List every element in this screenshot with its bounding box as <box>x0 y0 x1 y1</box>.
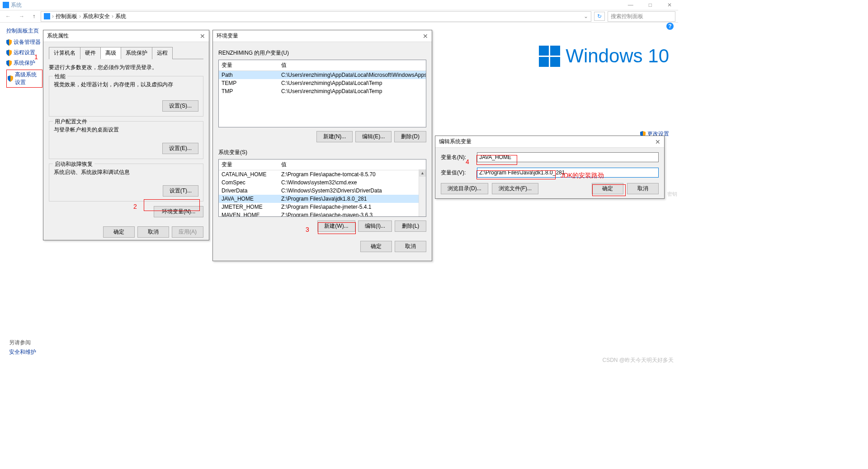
see-also-label: 另请参阅 <box>9 339 36 347</box>
environment-variables-dialog: 环境变量 ✕ RENZHIMING 的用户变量(U) 变量值 PathC:\Us… <box>212 30 432 261</box>
tab-system-protection[interactable]: 系统保护 <box>121 47 152 59</box>
window-titlebar: 系统 — □ ✕ <box>0 0 678 10</box>
table-row[interactable]: JAVA_HOMEZ:\Program Files\Java\jdk1.8.0_… <box>219 195 426 203</box>
crumb-system-security[interactable]: 系统和安全 <box>83 13 110 20</box>
user-profile-settings-button[interactable]: 设置(E)... <box>162 143 198 154</box>
dialog-title: 编辑系统变量 <box>439 138 472 145</box>
user-profile-group: 用户配置文件 与登录帐户相关的桌面设置 设置(E)... <box>49 121 203 159</box>
dialog-title: 系统属性 <box>47 32 69 40</box>
search-input[interactable]: 搜索控制面板 <box>608 11 675 22</box>
security-maintenance-link[interactable]: 安全和维护 <box>9 348 36 356</box>
table-row[interactable]: ComSpecC:\Windows\system32\cmd.exe <box>219 178 426 187</box>
shield-icon <box>8 75 13 82</box>
variable-value-label: 变量值(V): <box>441 169 472 177</box>
table-row[interactable]: PathC:\Users\renzhiming\AppData\Local\Mi… <box>219 71 426 79</box>
tabs: 计算机名 硬件 高级 系统保护 远程 <box>49 47 203 59</box>
shield-icon <box>6 39 12 46</box>
annotation-1: 1 <box>34 53 38 61</box>
bottom-links: 另请参阅 安全和维护 <box>9 339 36 358</box>
cancel-button[interactable]: 取消 <box>137 226 169 238</box>
startup-recovery-group: 启动和故障恢复 系统启动、系统故障和调试信息 设置(T)... <box>49 164 203 202</box>
close-icon[interactable]: ✕ <box>655 138 660 145</box>
windows-logo-icon <box>539 46 560 67</box>
browse-directory-button[interactable]: 浏览目录(D)... <box>441 183 488 194</box>
crumb-system[interactable]: 系统 <box>115 13 126 20</box>
ok-button[interactable]: 确定 <box>360 241 392 252</box>
forward-button[interactable]: → <box>16 13 27 19</box>
shield-icon <box>6 50 12 56</box>
breadcrumb-dropdown[interactable]: ⌄ <box>584 13 588 19</box>
computer-icon <box>44 13 50 19</box>
shield-icon <box>6 60 12 66</box>
sidebar-item-device-manager[interactable]: 设备管理器 <box>6 38 42 46</box>
tab-computer-name[interactable]: 计算机名 <box>49 47 80 59</box>
annotation-4: 4 <box>466 158 469 165</box>
sidebar-header: 控制面板主页 <box>6 27 42 35</box>
dialog-title: 环境变量 <box>217 32 238 40</box>
user-delete-button[interactable]: 删除(D) <box>394 131 426 142</box>
refresh-button[interactable]: ↻ <box>594 12 605 21</box>
up-button[interactable]: ↑ <box>30 13 38 19</box>
table-row[interactable]: TEMPC:\Users\renzhiming\AppData\Local\Te… <box>219 79 426 87</box>
cancel-button[interactable]: 取消 <box>627 183 659 194</box>
sys-vars-label: 系统变量(S) <box>218 149 426 156</box>
close-button[interactable]: ✕ <box>664 2 675 8</box>
close-icon[interactable]: ✕ <box>423 33 428 40</box>
performance-settings-button[interactable]: 设置(S)... <box>162 100 198 112</box>
address-bar: ← → ↑ › 控制面板 › 系统和安全 › 系统 ⌄ ↻ 搜索控制面板 <box>0 10 678 23</box>
annotation-jdk-hint: JDK的安装路劲 <box>561 172 604 180</box>
side-label: 密钥 <box>667 191 677 197</box>
annotation-2: 2 <box>133 203 137 210</box>
table-row[interactable]: DriverDataC:\Windows\System32\Drivers\Dr… <box>219 187 426 195</box>
windows-brand: Windows 10 <box>539 45 669 67</box>
annotation-3: 3 <box>306 226 309 233</box>
user-vars-label: RENZHIMING 的用户变量(U) <box>218 49 426 57</box>
crumb-control-panel[interactable]: 控制面板 <box>56 13 77 20</box>
edit-system-variable-dialog: 编辑系统变量 ✕ 变量名(N): 变量值(V): 浏览目录(D)... 浏览文件… <box>435 136 665 199</box>
system-variables-list[interactable]: 变量值 CATALINA_HOMEZ:\Program Files\apache… <box>218 159 426 217</box>
ok-button[interactable]: 确定 <box>103 226 135 238</box>
minimize-button[interactable]: — <box>624 2 637 8</box>
table-row[interactable]: JMETER_HOMEZ:\Program Files\apache-jmete… <box>219 203 426 211</box>
system-edit-button[interactable]: 编辑(I)... <box>358 220 392 232</box>
table-row[interactable]: CATALINA_HOMEZ:\Program Files\apache-tom… <box>219 170 426 178</box>
apply-button[interactable]: 应用(A) <box>172 226 203 238</box>
watermark: CSDN @昨天今天明天好多天 <box>602 356 674 364</box>
table-row[interactable]: TMPC:\Users\renzhiming\AppData\Local\Tem… <box>219 87 426 95</box>
performance-group: 性能 视觉效果，处理器计划，内存使用，以及虚拟内存 设置(S)... <box>49 76 203 117</box>
maximize-button[interactable]: □ <box>645 2 656 8</box>
browse-file-button[interactable]: 浏览文件(F)... <box>492 183 538 194</box>
window-title: 系统 <box>11 1 22 9</box>
admin-note: 要进行大多数更改，您必须作为管理员登录。 <box>49 64 203 71</box>
cancel-button[interactable]: 取消 <box>395 241 426 252</box>
table-row[interactable]: MAVEN_HOMEZ:\Program Files\apache-maven-… <box>219 211 426 217</box>
system-delete-button[interactable]: 删除(L) <box>395 220 426 232</box>
tab-remote[interactable]: 远程 <box>152 47 173 59</box>
ok-button[interactable]: 确定 <box>592 183 623 194</box>
scrollbar[interactable]: ▲ <box>419 169 426 216</box>
breadcrumb[interactable]: › 控制面板 › 系统和安全 › 系统 ⌄ <box>41 11 591 22</box>
close-icon[interactable]: ✕ <box>200 33 205 40</box>
system-new-button[interactable]: 新建(W)... <box>317 220 355 232</box>
environment-variables-button[interactable]: 环境变量(N)... <box>154 206 203 217</box>
window-controls: — □ ✕ <box>624 2 675 8</box>
tab-advanced[interactable]: 高级 <box>100 47 121 59</box>
variable-name-input[interactable] <box>477 152 659 162</box>
user-variables-list[interactable]: 变量值 PathC:\Users\renzhiming\AppData\Loca… <box>218 60 426 127</box>
sidebar-item-advanced-system-settings[interactable]: 高级系统设置 <box>6 70 42 88</box>
system-icon <box>3 2 9 8</box>
user-edit-button[interactable]: 编辑(E)... <box>355 131 392 142</box>
user-new-button[interactable]: 新建(N)... <box>316 131 353 142</box>
back-button[interactable]: ← <box>3 13 14 19</box>
system-properties-dialog: 系统属性 ✕ 计算机名 硬件 高级 系统保护 远程 要进行大多数更改，您必须作为… <box>43 30 209 240</box>
tab-hardware[interactable]: 硬件 <box>80 47 101 59</box>
startup-settings-button[interactable]: 设置(T)... <box>163 185 198 197</box>
help-icon[interactable]: ? <box>666 23 674 30</box>
